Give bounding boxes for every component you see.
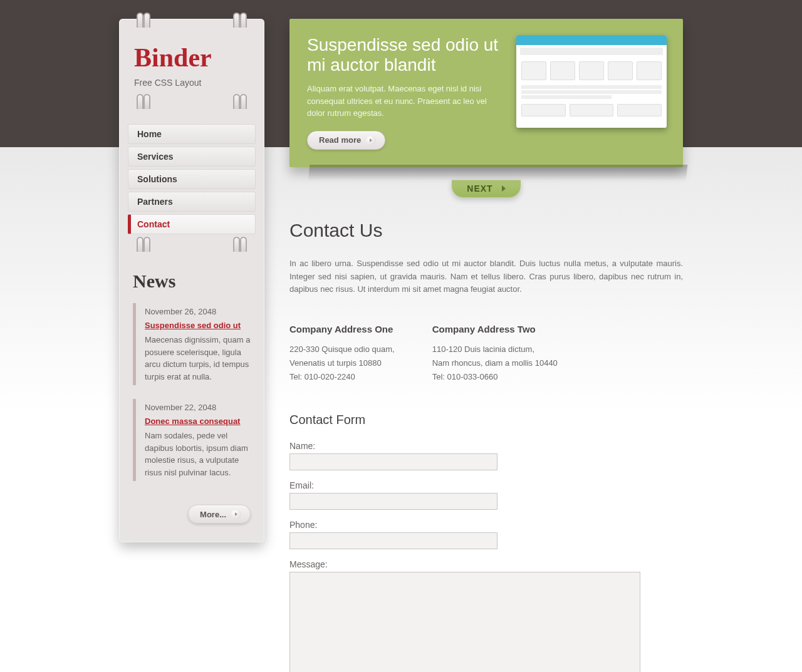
news-title-link[interactable]: Suspendisse sed odio ut (145, 319, 251, 332)
nav-contact[interactable]: Contact (128, 214, 256, 234)
brand-block: Binder Free CSS Layout (119, 36, 264, 100)
news-section: News November 26, 2048 Suspendisse sed o… (119, 261, 264, 505)
news-item: November 22, 2048 Donec massa consequat … (133, 399, 251, 481)
next-label: NEXT (467, 184, 492, 194)
form-heading: Contact Form (289, 413, 683, 427)
address-line: 220-330 Quisque odio quam, (289, 343, 395, 356)
page-wrapper: Binder Free CSS Layout Home Services Sol… (119, 18, 683, 672)
read-more-button[interactable]: Read more (307, 131, 385, 150)
hero-title: Suspendisse sed odio ut mi auctor blandi… (307, 35, 508, 75)
page-content: Contact Us In ac libero urna. Suspendiss… (289, 197, 683, 672)
news-item: November 26, 2048 Suspendisse sed odio u… (133, 303, 251, 385)
email-label: Email: (289, 480, 683, 490)
news-body: Maecenas dignissim, quam a posuere scele… (145, 334, 251, 383)
message-textarea[interactable] (289, 572, 640, 672)
hero-shadow (308, 165, 688, 181)
binder-rings-top (119, 13, 264, 30)
nav-services[interactable]: Services (128, 147, 256, 167)
page-title: Contact Us (289, 220, 683, 241)
hero-body: Aliquam erat volutpat. Maecenas eget nis… (307, 83, 501, 120)
news-date: November 22, 2048 (145, 401, 251, 414)
news-title-link[interactable]: Donec massa consequat (145, 415, 251, 428)
read-more-label: Read more (319, 135, 361, 145)
address-block: Company Address One 220-330 Quisque odio… (289, 321, 395, 384)
address-line: 110-120 Duis lacinia dictum, (432, 343, 558, 356)
site-title: Binder (134, 43, 249, 73)
phone-input[interactable] (289, 532, 497, 549)
main-content: Suspendisse sed odio ut mi auctor blandi… (264, 18, 683, 672)
address-columns: Company Address One 220-330 Quisque odio… (289, 321, 683, 384)
name-input[interactable] (289, 453, 497, 470)
news-heading: News (133, 271, 251, 292)
news-date: November 26, 2048 (145, 306, 251, 318)
address-line: Tel: 010-033-0660 (432, 370, 558, 384)
nav-home[interactable]: Home (128, 124, 256, 144)
nav-partners[interactable]: Partners (128, 192, 256, 212)
main-nav: Home Services Solutions Partners Contact (119, 118, 264, 243)
address-block: Company Address Two 110-120 Duis lacinia… (432, 321, 558, 384)
next-button[interactable]: NEXT (452, 180, 520, 197)
hero-preview-image (516, 35, 667, 128)
address-line: Tel: 010-020-2240 (289, 370, 395, 384)
binder-rings-mid (119, 94, 264, 111)
binder-rings-bottom (119, 237, 264, 254)
news-body: Nam sodales, pede vel dapibus lobortis, … (145, 430, 251, 478)
address-heading: Company Address Two (432, 321, 558, 338)
arrow-right-icon (366, 135, 376, 145)
email-input[interactable] (289, 493, 497, 510)
arrow-right-icon (499, 184, 508, 193)
message-label: Message: (289, 559, 683, 569)
arrow-right-icon (231, 509, 241, 519)
name-label: Name: (289, 441, 683, 451)
address-line: Nam rhoncus, diam a mollis 10440 (432, 356, 558, 370)
site-tagline: Free CSS Layout (134, 78, 249, 88)
address-heading: Company Address One (289, 321, 395, 338)
contact-form-section: Contact Form Name: Email: Phone: Message… (289, 413, 683, 672)
more-button[interactable]: More... (188, 505, 251, 524)
more-label: More... (200, 510, 226, 519)
address-line: Venenatis ut turpis 10880 (289, 356, 395, 370)
hero-banner: Suspendisse sed odio ut mi auctor blandi… (289, 19, 683, 167)
sidebar: Binder Free CSS Layout Home Services Sol… (119, 19, 264, 542)
phone-label: Phone: (289, 520, 683, 530)
page-intro: In ac libero urna. Suspendisse sed odio … (289, 257, 683, 296)
nav-solutions[interactable]: Solutions (128, 169, 256, 189)
